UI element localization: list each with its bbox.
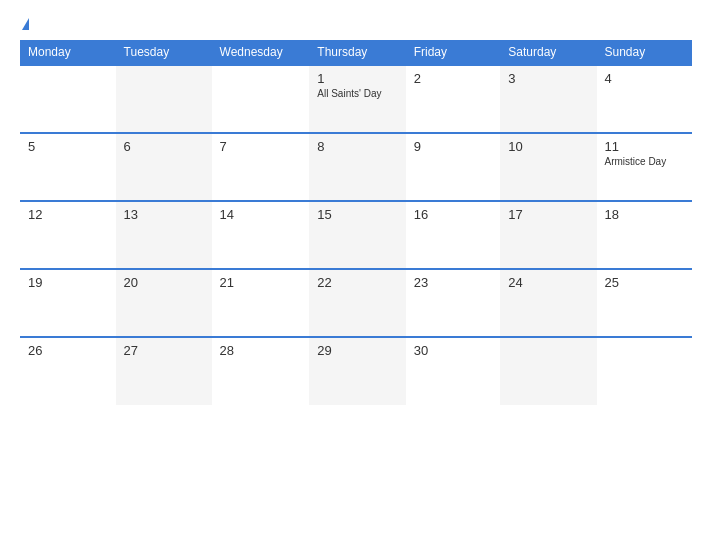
calendar-day-cell: 18 xyxy=(597,201,693,269)
calendar-page: MondayTuesdayWednesdayThursdayFridaySatu… xyxy=(0,0,712,550)
calendar-day-cell: 13 xyxy=(116,201,212,269)
day-number: 27 xyxy=(124,343,204,358)
calendar-day-cell: 16 xyxy=(406,201,501,269)
calendar-day-cell: 7 xyxy=(212,133,310,201)
calendar-day-cell: 27 xyxy=(116,337,212,405)
calendar-day-cell: 22 xyxy=(309,269,405,337)
day-number: 16 xyxy=(414,207,493,222)
calendar-day-cell: 5 xyxy=(20,133,116,201)
day-number: 26 xyxy=(28,343,108,358)
calendar-col-header: Monday xyxy=(20,40,116,65)
day-number: 24 xyxy=(508,275,588,290)
day-number: 8 xyxy=(317,139,397,154)
calendar-day-cell: 21 xyxy=(212,269,310,337)
day-number: 7 xyxy=(220,139,302,154)
calendar-day-cell: 23 xyxy=(406,269,501,337)
calendar-col-header: Thursday xyxy=(309,40,405,65)
calendar-day-cell: 25 xyxy=(597,269,693,337)
day-number: 2 xyxy=(414,71,493,86)
calendar-day-cell: 9 xyxy=(406,133,501,201)
day-number: 21 xyxy=(220,275,302,290)
day-number: 9 xyxy=(414,139,493,154)
calendar-day-cell: 20 xyxy=(116,269,212,337)
page-header xyxy=(20,18,692,30)
day-number: 11 xyxy=(605,139,685,154)
calendar-day-cell: 28 xyxy=(212,337,310,405)
calendar-day-cell: 2 xyxy=(406,65,501,133)
day-number: 29 xyxy=(317,343,397,358)
day-number: 22 xyxy=(317,275,397,290)
day-number: 18 xyxy=(605,207,685,222)
day-number: 20 xyxy=(124,275,204,290)
calendar-week-row: 2627282930 xyxy=(20,337,692,405)
calendar-col-header: Wednesday xyxy=(212,40,310,65)
calendar-week-row: 19202122232425 xyxy=(20,269,692,337)
calendar-day-cell: 10 xyxy=(500,133,596,201)
calendar-col-header: Saturday xyxy=(500,40,596,65)
day-number: 25 xyxy=(605,275,685,290)
calendar-day-cell: 19 xyxy=(20,269,116,337)
day-number: 30 xyxy=(414,343,493,358)
calendar-header-row: MondayTuesdayWednesdayThursdayFridaySatu… xyxy=(20,40,692,65)
day-number: 14 xyxy=(220,207,302,222)
calendar-day-cell xyxy=(116,65,212,133)
calendar-week-row: 12131415161718 xyxy=(20,201,692,269)
calendar-day-cell xyxy=(20,65,116,133)
day-number: 1 xyxy=(317,71,397,86)
calendar-day-cell: 14 xyxy=(212,201,310,269)
day-event-label: Armistice Day xyxy=(605,156,685,167)
calendar-day-cell: 4 xyxy=(597,65,693,133)
calendar-day-cell xyxy=(500,337,596,405)
calendar-col-header: Tuesday xyxy=(116,40,212,65)
calendar-day-cell: 29 xyxy=(309,337,405,405)
calendar-day-cell: 30 xyxy=(406,337,501,405)
day-number: 17 xyxy=(508,207,588,222)
calendar-day-cell: 26 xyxy=(20,337,116,405)
day-number: 28 xyxy=(220,343,302,358)
day-number: 15 xyxy=(317,207,397,222)
calendar-day-cell: 11Armistice Day xyxy=(597,133,693,201)
calendar-day-cell: 15 xyxy=(309,201,405,269)
calendar-day-cell xyxy=(212,65,310,133)
calendar-day-cell: 17 xyxy=(500,201,596,269)
calendar-day-cell: 3 xyxy=(500,65,596,133)
calendar-day-cell xyxy=(597,337,693,405)
day-number: 3 xyxy=(508,71,588,86)
logo xyxy=(20,18,31,30)
calendar-day-cell: 24 xyxy=(500,269,596,337)
day-number: 10 xyxy=(508,139,588,154)
logo-triangle-icon xyxy=(22,18,29,30)
day-number: 23 xyxy=(414,275,493,290)
day-number: 13 xyxy=(124,207,204,222)
calendar-day-cell: 1All Saints' Day xyxy=(309,65,405,133)
calendar-col-header: Friday xyxy=(406,40,501,65)
calendar-table: MondayTuesdayWednesdayThursdayFridaySatu… xyxy=(20,40,692,405)
calendar-col-header: Sunday xyxy=(597,40,693,65)
day-number: 6 xyxy=(124,139,204,154)
calendar-day-cell: 6 xyxy=(116,133,212,201)
day-number: 12 xyxy=(28,207,108,222)
calendar-day-cell: 8 xyxy=(309,133,405,201)
day-number: 19 xyxy=(28,275,108,290)
day-event-label: All Saints' Day xyxy=(317,88,397,99)
calendar-week-row: 567891011Armistice Day xyxy=(20,133,692,201)
day-number: 4 xyxy=(605,71,685,86)
day-number: 5 xyxy=(28,139,108,154)
calendar-week-row: 1All Saints' Day234 xyxy=(20,65,692,133)
calendar-day-cell: 12 xyxy=(20,201,116,269)
